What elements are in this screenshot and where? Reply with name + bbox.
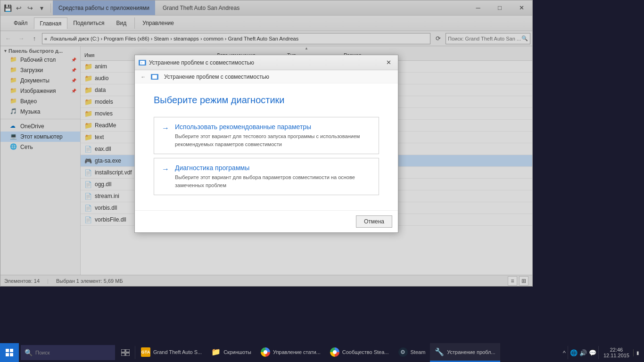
svg-rect-10	[126, 349, 130, 352]
svg-rect-8	[10, 353, 13, 356]
tray-chevron[interactable]: ^	[562, 348, 567, 357]
svg-rect-11	[121, 353, 125, 356]
svg-rect-7	[6, 353, 9, 356]
dialog-footer: Отмена	[135, 210, 398, 232]
wrench-icon: 🔧	[435, 347, 444, 357]
task-view-button[interactable]	[118, 345, 133, 360]
dialog-overlay: ? Устранение проблем с совместимостью ✕ …	[0, 0, 532, 287]
dialog-body: Выберите режим диагностики → Использоват…	[135, 83, 398, 210]
dialog-title-bar: ? Устранение проблем с совместимостью ✕	[135, 55, 398, 70]
search-icon: 🔍	[25, 349, 33, 356]
dialog-close-button[interactable]: ✕	[383, 57, 394, 68]
taskbar-chrome2-button[interactable]: Сообщество Stea...	[325, 343, 394, 362]
explorer-window: 💾 ↩ ↪ ▾ Средства работы с приложениями G…	[0, 0, 533, 287]
taskbar-search[interactable]: 🔍 Поиск	[21, 345, 115, 360]
taskbar-right: ^ 🌐 🔊 💬 22:46 12.11.2015 ▮	[562, 346, 644, 359]
dialog-option-content: Использовать рекомендованные параметры В…	[175, 123, 371, 148]
network-tray-icon[interactable]: 🌐	[569, 348, 578, 357]
gta-icon: GTA	[141, 347, 150, 357]
option1-title: Использовать рекомендованные параметры	[175, 123, 371, 131]
dialog-option-diagnose[interactable]: → Диагностика программы Выберите этот ва…	[154, 158, 379, 195]
chrome-icon	[330, 347, 339, 357]
svg-rect-9	[121, 349, 125, 352]
taskbar-gta-button[interactable]: GTA Grand Theft Auto S...	[136, 343, 206, 362]
notification-tray-icon[interactable]: 💬	[588, 348, 597, 357]
dialog-heading: Выберите режим диагностики	[154, 95, 379, 106]
dialog-icon: ?	[139, 59, 146, 66]
taskbar-screenshots-button[interactable]: 📁 Скриншоты	[206, 343, 256, 362]
taskbar-clock[interactable]: 22:46 12.11.2015	[600, 347, 633, 358]
svg-rect-6	[10, 349, 13, 352]
cancel-button[interactable]: Отмена	[356, 215, 392, 228]
steam-icon: ⚙	[398, 347, 408, 357]
taskbar-compat-button[interactable]: 🔧 Устранение пробл...	[430, 343, 500, 362]
taskbar: 🔍 Поиск GTA Grand Theft Auto S... 📁 Скри…	[0, 343, 644, 362]
compatibility-dialog: ? Устранение проблем с совместимостью ✕ …	[134, 55, 398, 233]
svg-rect-12	[126, 353, 130, 356]
dialog-nav-icon	[151, 73, 158, 81]
taskbar-steam-button[interactable]: ⚙ Steam	[394, 343, 430, 362]
start-button[interactable]	[0, 343, 19, 362]
dialog-option-content: Диагностика программы Выберите этот вари…	[175, 164, 371, 189]
svg-rect-4	[152, 75, 157, 79]
option1-desc: Выберите этот вариант для тестового запу…	[175, 132, 371, 148]
dialog-option-recommended[interactable]: → Использовать рекомендованные параметры…	[154, 117, 379, 154]
dialog-title-text: Устранение проблем с совместимостью	[149, 59, 383, 66]
dialog-back-button[interactable]: ←	[139, 72, 148, 82]
svg-text:?: ?	[141, 62, 142, 65]
option2-desc: Выберите этот вариант для выбора парамет…	[175, 173, 371, 189]
chrome-icon	[261, 347, 270, 357]
dialog-nav: ← Устранение проблем с совместимостью	[135, 70, 398, 83]
arrow-icon: →	[162, 165, 169, 173]
arrow-icon: →	[162, 124, 169, 132]
svg-rect-5	[6, 349, 9, 352]
dialog-nav-title: Устранение проблем с совместимостью	[164, 74, 269, 80]
show-desktop-button[interactable]: ▮	[633, 349, 640, 356]
folder-icon: 📁	[211, 347, 221, 357]
volume-tray-icon[interactable]: 🔊	[578, 348, 588, 357]
option2-title: Диагностика программы	[175, 164, 371, 172]
taskbar-chrome1-button[interactable]: Управление стати...	[256, 343, 325, 362]
